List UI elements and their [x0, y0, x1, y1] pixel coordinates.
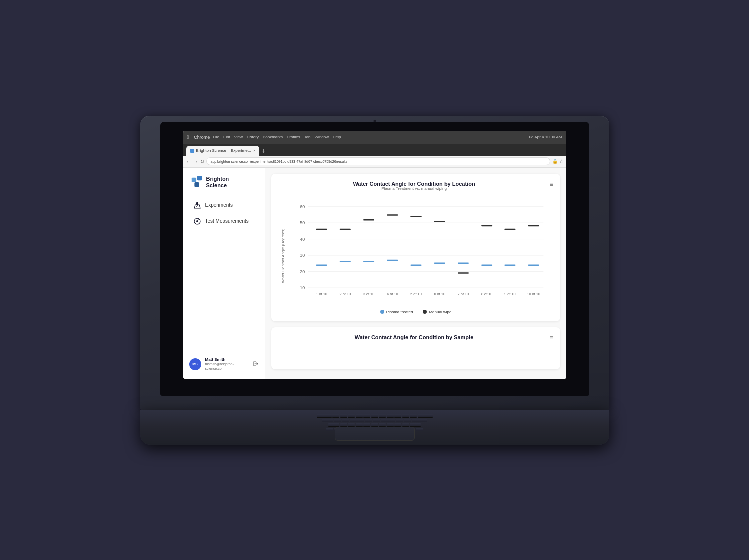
menu-history[interactable]: History [247, 135, 259, 139]
chrome-menu: File Edit View History Bookmarks Profile… [213, 135, 341, 139]
chart1-subtitle: Plasma Treatment vs. manual wiping [278, 187, 550, 191]
sidebar-logo: Brighton Science [189, 176, 259, 188]
chart-card-1: Water Contact Angle for Condition by Loc… [271, 174, 560, 321]
key-ctrl-r [416, 428, 423, 431]
chrome-titlebar:  Chrome File Edit View History Bookmark… [183, 131, 566, 144]
keyboard-base [140, 410, 609, 445]
chrome-addressbar: ← → ↻ app.brighton-science.com/experimen… [183, 156, 566, 168]
user-email-line2: science.com [205, 366, 249, 371]
tab-title: Brighton Science – Experime… [196, 148, 251, 153]
svg-text:50: 50 [300, 220, 305, 225]
svg-point-4 [196, 206, 197, 207]
screen:  Chrome File Edit View History Bookmark… [183, 131, 566, 379]
svg-text:10 of 10: 10 of 10 [527, 291, 540, 296]
chart1-menu-icon[interactable]: ≡ [549, 181, 553, 187]
logout-button[interactable] [253, 361, 259, 368]
sidebar-footer: MS Matt Smith msmith@brighton- science.c… [189, 357, 259, 371]
svg-text:10: 10 [300, 285, 305, 290]
svg-text:7 of 10: 7 of 10 [457, 291, 469, 296]
legend-manual-label: Manual wipe [429, 310, 451, 314]
chart2-title: Water Contact Angle for Condition by Sam… [278, 334, 550, 340]
sidebar-item-experiments[interactable]: Experiments [189, 198, 259, 212]
svg-text:20: 20 [300, 269, 305, 274]
menu-bookmarks[interactable]: Bookmarks [263, 135, 283, 139]
sidebar-navigation: Experiments [189, 198, 259, 228]
key-shift-l [328, 423, 339, 427]
browser-action-icons: 🔒 ☆ [552, 159, 563, 164]
menu-window[interactable]: Window [315, 135, 329, 139]
menu-edit[interactable]: Edit [223, 135, 230, 139]
svg-text:30: 30 [300, 253, 305, 258]
key-tab [317, 414, 332, 418]
legend-manual: Manual wipe [423, 310, 451, 314]
chrome-tabbar: Brighton Science – Experime… × + [183, 144, 566, 156]
experiments-icon [193, 201, 201, 209]
svg-text:4 of 10: 4 of 10 [387, 291, 398, 296]
new-tab-button[interactable]: + [261, 147, 265, 155]
svg-text:5 of 10: 5 of 10 [410, 291, 422, 296]
laptop:  Chrome File Edit View History Bookmark… [140, 116, 609, 445]
chart1-svg: 60 50 40 30 20 10 Water Contact Angle (D… [278, 197, 553, 305]
chart1-legend: Plasma treated Manual wipe [278, 310, 553, 314]
svg-rect-0 [191, 177, 196, 182]
browser:  Chrome File Edit View History Bookmark… [183, 131, 566, 379]
legend-plasma-dot [380, 310, 384, 314]
key-caps [322, 419, 333, 422]
menu-profiles[interactable]: Profiles [287, 135, 300, 139]
legend-plasma-label: Plasma treated [386, 310, 413, 314]
key-shift-r [410, 423, 421, 427]
app-content: Brighton Science [183, 168, 566, 379]
svg-point-7 [196, 220, 198, 222]
touchpad[interactable] [335, 427, 415, 441]
svg-point-5 [197, 205, 198, 206]
menu-view[interactable]: View [234, 135, 243, 139]
chart2-menu-icon[interactable]: ≡ [549, 334, 553, 341]
shield-icon: 🔒 [552, 159, 558, 164]
key-ctrl-l [326, 428, 333, 431]
chart1-svg-container: 60 50 40 30 20 10 Water Contact Angle (D… [278, 197, 553, 307]
chrome-label: Chrome [194, 135, 210, 140]
logo-line2: Science [206, 182, 229, 188]
tab-favicon [190, 149, 194, 153]
svg-text:40: 40 [300, 236, 305, 241]
svg-text:3 of 10: 3 of 10 [363, 291, 374, 296]
user-info: Matt Smith msmith@brighton- science.com [205, 357, 249, 371]
menu-tab[interactable]: Tab [304, 135, 311, 139]
menu-help[interactable]: Help [333, 135, 341, 139]
keyboard-row-2 [160, 419, 589, 422]
svg-text:Water Contact Angle (Degrees): Water Contact Angle (Degrees) [280, 228, 285, 283]
refresh-button[interactable]: ↻ [200, 159, 204, 164]
legend-plasma: Plasma treated [380, 310, 413, 314]
forward-button[interactable]: → [193, 159, 198, 164]
address-bar[interactable]: app.brighton-science.com/experiments/c81… [206, 157, 550, 165]
star-icon[interactable]: ☆ [559, 159, 563, 164]
legend-manual-dot [423, 310, 427, 314]
screen-bezel:  Chrome File Edit View History Bookmark… [160, 122, 589, 396]
sidebar: Brighton Science [183, 168, 265, 379]
keyboard-row-1 [160, 414, 589, 418]
svg-rect-3 [196, 202, 198, 205]
datetime-display: Tue Apr 4 10:00 AM [527, 135, 562, 139]
menu-file[interactable]: File [213, 135, 219, 139]
user-email-line1: msmith@brighton- [205, 362, 249, 366]
chart1-title: Water Contact Angle for Condition by Loc… [278, 181, 550, 187]
brighton-science-logo-icon [191, 176, 202, 188]
user-initials: MS [192, 362, 198, 366]
apple-logo-icon:  [187, 134, 189, 140]
tab-close-button[interactable]: × [253, 148, 256, 153]
sidebar-item-test-measurements[interactable]: Test Measurements [189, 214, 259, 228]
laptop-lid:  Chrome File Edit View History Bookmark… [140, 116, 609, 410]
experiments-label: Experiments [205, 202, 233, 208]
chart1-header: Water Contact Angle for Condition by Loc… [278, 181, 553, 196]
svg-text:2 of 10: 2 of 10 [339, 291, 351, 296]
svg-rect-2 [194, 182, 199, 187]
svg-rect-1 [197, 176, 201, 180]
test-measurements-label: Test Measurements [205, 218, 249, 224]
user-name: Matt Smith [205, 357, 249, 362]
user-avatar: MS [189, 358, 201, 370]
browser-tab-active[interactable]: Brighton Science – Experime… × [186, 146, 260, 156]
chart2-header: Water Contact Angle for Condition by Sam… [278, 334, 553, 341]
svg-line-9 [198, 219, 199, 220]
svg-text:6 of 10: 6 of 10 [434, 291, 445, 296]
back-button[interactable]: ← [186, 159, 191, 164]
